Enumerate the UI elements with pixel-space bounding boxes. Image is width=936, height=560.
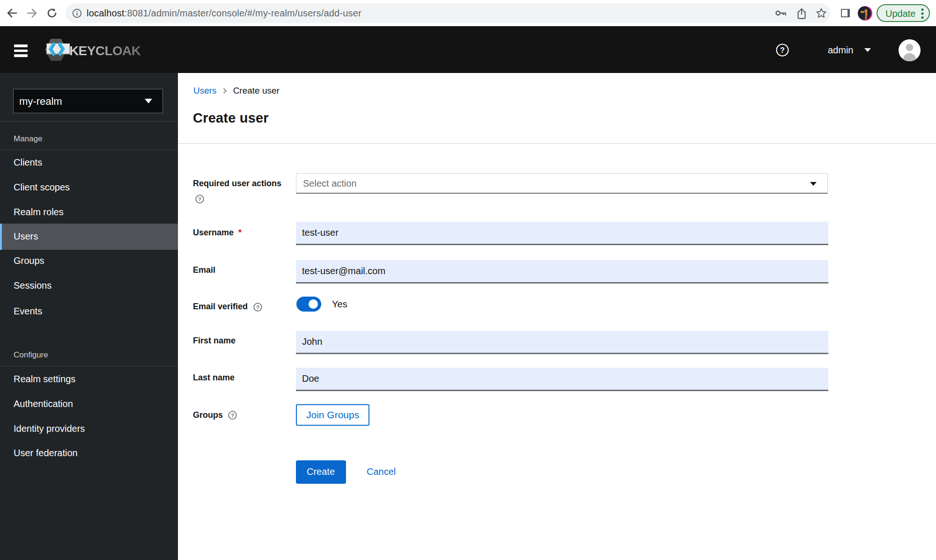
svg-text:?: ? [231, 413, 234, 418]
svg-text:?: ? [780, 46, 785, 54]
svg-text:?: ? [198, 196, 201, 202]
svg-text:?: ? [256, 305, 259, 310]
